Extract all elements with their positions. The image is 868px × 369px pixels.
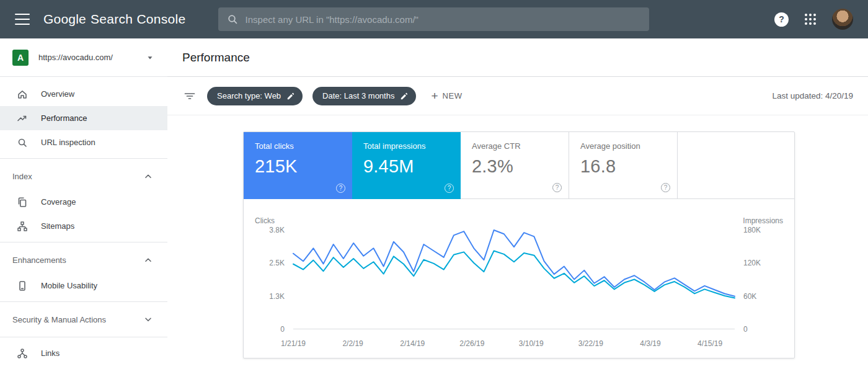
metric-value: 215K bbox=[255, 156, 341, 177]
metric-tile-total-impressions[interactable]: Total impressions 9.45M ? bbox=[352, 132, 461, 199]
sidebar-item-overview[interactable]: Overview bbox=[0, 82, 167, 106]
metric-label: Total clicks bbox=[255, 141, 341, 151]
performance-chart-card: Total clicks 215K ? Total impressions 9.… bbox=[243, 131, 795, 358]
help-button[interactable]: ? bbox=[774, 12, 789, 27]
menu-bar bbox=[15, 14, 30, 15]
menu-button[interactable] bbox=[15, 14, 30, 25]
chip-label: Search type: Web bbox=[217, 91, 281, 100]
sidebar-item-mobile-usability[interactable]: Mobile Usability bbox=[0, 273, 167, 298]
divider bbox=[0, 337, 167, 337]
app-logo[interactable]: Google Search Console bbox=[43, 12, 186, 27]
y-axis-tick: 120K bbox=[743, 259, 761, 267]
apps-dot bbox=[809, 18, 812, 20]
left-axis-title: Clicks bbox=[255, 216, 275, 225]
y-axis-tick: 3.8K bbox=[269, 226, 285, 234]
y-axis-tick: 180K bbox=[743, 226, 761, 234]
apps-dot bbox=[805, 18, 807, 20]
right-axis-title: Impressions bbox=[743, 216, 783, 225]
apps-dot bbox=[809, 14, 812, 16]
metric-value: 2.3% bbox=[472, 156, 557, 177]
sidebar-item-label: Links bbox=[41, 349, 60, 358]
apps-dot bbox=[809, 22, 812, 25]
sidebar-item-url-inspection[interactable]: URL inspection bbox=[0, 130, 167, 154]
account-avatar[interactable] bbox=[832, 9, 853, 30]
plus-icon: + bbox=[431, 90, 438, 102]
sidebar-item-label: Coverage bbox=[41, 197, 76, 207]
filter-list-button[interactable] bbox=[182, 89, 197, 103]
sidebar-item-label: URL inspection bbox=[41, 138, 95, 147]
logo-product: Search Console bbox=[91, 12, 186, 27]
help-icon[interactable]: ? bbox=[336, 184, 345, 193]
clicks-line bbox=[293, 230, 735, 296]
apps-dot bbox=[805, 14, 807, 16]
home-icon bbox=[17, 89, 28, 100]
divider bbox=[0, 242, 167, 242]
chart-plot-area[interactable] bbox=[293, 230, 735, 329]
filter-icon bbox=[184, 91, 196, 102]
section-label: Enhancements bbox=[12, 256, 66, 265]
apps-dot bbox=[805, 22, 807, 25]
help-icon[interactable]: ? bbox=[552, 183, 562, 192]
property-url: https://avocadu.com/ bbox=[38, 53, 145, 62]
apps-grid-button[interactable] bbox=[805, 14, 816, 25]
search-type-filter-chip[interactable]: Search type: Web bbox=[207, 87, 303, 105]
filter-bar: Search type: Web Date: Last 3 months + N… bbox=[167, 77, 868, 115]
links-icon bbox=[17, 348, 28, 359]
sidebar-item-label: Overview bbox=[41, 89, 74, 99]
metric-value: 9.45M bbox=[363, 156, 450, 177]
edit-icon bbox=[400, 92, 409, 100]
chip-label: Date: Last 3 months bbox=[322, 91, 394, 100]
help-icon[interactable]: ? bbox=[661, 183, 670, 192]
metric-tiles: Total clicks 215K ? Total impressions 9.… bbox=[244, 132, 794, 199]
property-favicon: A bbox=[12, 50, 29, 66]
y-axis-tick: 1.3K bbox=[269, 292, 285, 301]
sidebar: A https://avocadu.com/ Overview Performa… bbox=[0, 38, 167, 369]
mobile-icon bbox=[17, 280, 28, 291]
y-axis-tick: 0 bbox=[743, 325, 748, 334]
main-content: Performance Search type: Web Date: Last … bbox=[167, 38, 868, 369]
last-updated-text: Last updated: 4/20/19 bbox=[772, 91, 853, 100]
sidebar-item-label: Sitemaps bbox=[41, 221, 74, 231]
page-title: Performance bbox=[182, 51, 250, 64]
metric-tile-average-position[interactable]: Average position 16.8 ? bbox=[569, 132, 678, 199]
logo-google: Google bbox=[43, 12, 86, 27]
x-axis-tick: 1/21/19 bbox=[281, 339, 306, 348]
caret-down-icon bbox=[145, 53, 155, 63]
page-header: Performance bbox=[167, 38, 868, 77]
divider bbox=[0, 158, 167, 159]
date-filter-chip[interactable]: Date: Last 3 months bbox=[312, 87, 416, 105]
section-label: Security & Manual Actions bbox=[12, 315, 106, 324]
sidebar-section-index[interactable]: Index bbox=[0, 162, 167, 190]
magnifier-icon bbox=[17, 137, 28, 148]
metric-tile-total-clicks[interactable]: Total clicks 215K ? bbox=[244, 132, 352, 199]
coverage-icon bbox=[17, 197, 28, 208]
sidebar-section-security[interactable]: Security & Manual Actions bbox=[0, 306, 167, 333]
y-axis-tick: 0 bbox=[280, 325, 285, 334]
edit-icon bbox=[286, 92, 295, 100]
sidebar-item-links[interactable]: Links bbox=[0, 341, 167, 365]
metric-tile-average-ctr[interactable]: Average CTR 2.3% ? bbox=[461, 132, 569, 199]
metric-value: 16.8 bbox=[580, 156, 666, 177]
help-icon[interactable]: ? bbox=[445, 184, 454, 193]
right-axis-ticks: 180K 120K 60K 0 bbox=[743, 230, 783, 329]
new-filter-button[interactable]: + NEW bbox=[431, 90, 462, 102]
y-axis-tick: 2.5K bbox=[269, 259, 285, 267]
search-input[interactable] bbox=[246, 14, 640, 25]
sidebar-item-coverage[interactable]: Coverage bbox=[0, 190, 167, 214]
top-app-bar: Google Search Console ? bbox=[0, 0, 868, 38]
metric-label: Total impressions bbox=[363, 141, 450, 151]
chart-lines bbox=[293, 230, 735, 329]
sidebar-item-performance[interactable]: Performance bbox=[0, 106, 167, 130]
sidebar-section-enhancements[interactable]: Enhancements bbox=[0, 246, 167, 273]
x-axis-tick: 2/14/19 bbox=[400, 339, 425, 348]
url-inspection-searchbar[interactable] bbox=[218, 7, 649, 31]
apps-dot bbox=[813, 22, 816, 25]
search-icon bbox=[227, 14, 238, 25]
section-label: Index bbox=[12, 172, 32, 181]
property-selector[interactable]: A https://avocadu.com/ bbox=[0, 38, 167, 77]
performance-chart: Clicks Impressions 3.8K 2.5K 1.3K 0 180K… bbox=[244, 199, 794, 358]
axis-titles: Clicks Impressions bbox=[255, 213, 783, 225]
menu-bar bbox=[15, 19, 30, 20]
performance-icon bbox=[17, 113, 28, 124]
sidebar-item-sitemaps[interactable]: Sitemaps bbox=[0, 214, 167, 238]
